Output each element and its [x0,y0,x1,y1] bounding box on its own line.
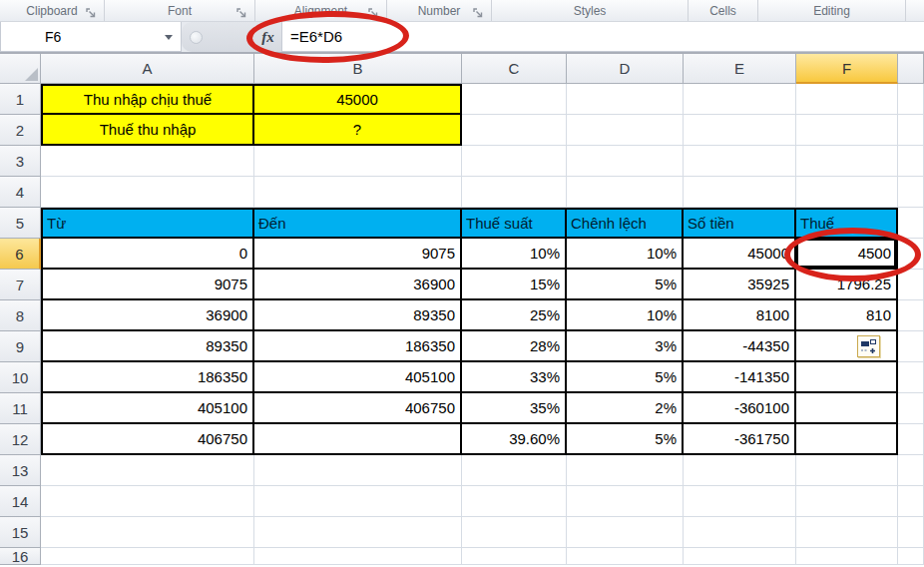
cell-A2[interactable]: Thuế thu nhập [41,115,254,146]
row-header-16[interactable]: 16 [0,548,41,565]
cell-B7[interactable]: 36900 [254,270,462,300]
cell-E4[interactable] [684,177,796,208]
row-header-15[interactable]: 15 [0,517,41,548]
cell-partial-12[interactable] [898,424,924,455]
cell-C14[interactable] [462,486,567,517]
cell-A10[interactable]: 186350 [41,362,254,393]
cell-D13[interactable] [567,455,684,486]
cell-partial-5[interactable] [898,208,924,239]
cell-partial-16[interactable] [898,548,924,565]
cell-B1[interactable]: 45000 [254,84,462,115]
cell-A5[interactable]: Từ [41,208,254,239]
cell-B4[interactable] [254,177,462,208]
cell-D1[interactable] [567,84,684,115]
name-box[interactable]: F6 [0,22,182,52]
cell-B14[interactable] [254,486,462,517]
cell-F12[interactable] [796,424,898,455]
cell-F13[interactable] [796,455,898,486]
cell-C10[interactable]: 33% [462,362,567,393]
row-header-11[interactable]: 11 [0,393,41,424]
row-header-1[interactable]: 1 [0,84,41,115]
cell-D6[interactable]: 10% [567,239,684,270]
cell-E13[interactable] [684,455,796,486]
column-header-B[interactable]: B [254,54,462,84]
autofill-options-icon[interactable] [857,335,880,357]
cell-F11[interactable] [796,393,898,424]
row-header-6[interactable]: 6 [0,239,41,270]
cell-partial-7[interactable] [898,270,924,300]
cell-F2[interactable] [796,115,898,146]
row-header-10[interactable]: 10 [0,362,41,393]
cell-B15[interactable] [254,517,462,548]
cell-partial-15[interactable] [898,517,924,548]
cell-C3[interactable] [462,146,567,177]
cell-A13[interactable] [41,455,254,486]
cell-C5[interactable]: Thuế suất [462,208,567,239]
cell-A15[interactable] [41,517,254,548]
cell-B5[interactable]: Đến [254,208,462,239]
cell-B12[interactable] [254,424,462,455]
cell-A16[interactable] [41,548,254,565]
cell-A7[interactable]: 9075 [41,270,254,300]
cell-A6[interactable]: 0 [41,239,254,270]
row-header-8[interactable]: 8 [0,300,41,331]
cell-C1[interactable] [462,84,567,115]
cell-B2[interactable]: ? [254,115,462,146]
cell-partial-13[interactable] [898,455,924,486]
cell-F3[interactable] [796,146,898,177]
cell-partial-1[interactable] [898,84,924,115]
column-header-D[interactable]: D [567,54,684,84]
cell-C4[interactable] [462,177,567,208]
row-header-9[interactable]: 9 [0,331,41,362]
cell-E12[interactable]: -361750 [684,424,796,455]
cell-B16[interactable] [254,548,462,565]
cell-partial-4[interactable] [898,177,924,208]
cell-F1[interactable] [796,84,898,115]
column-header-E[interactable]: E [684,54,796,84]
cell-E9[interactable]: -44350 [684,331,796,362]
cell-F4[interactable] [796,177,898,208]
cell-partial-8[interactable] [898,300,924,331]
cell-F6[interactable]: 4500 [796,239,898,270]
dialog-launcher-icon[interactable] [473,5,484,16]
row-header-4[interactable]: 4 [0,177,41,208]
cell-D14[interactable] [567,486,684,517]
cell-partial-10[interactable] [898,362,924,393]
cell-F9[interactable] [796,331,898,362]
cell-A12[interactable]: 406750 [41,424,254,455]
cell-partial-14[interactable] [898,486,924,517]
cell-A11[interactable]: 405100 [41,393,254,424]
row-header-3[interactable]: 3 [0,146,41,177]
column-header-partial[interactable] [898,54,924,84]
insert-function-button[interactable]: fx [254,22,281,52]
dialog-launcher-icon[interactable] [86,5,97,16]
cell-B3[interactable] [254,146,462,177]
cell-F8[interactable]: 810 [796,300,898,331]
cell-partial-2[interactable] [898,115,924,146]
cell-A9[interactable]: 89350 [41,331,254,362]
cell-D2[interactable] [567,115,684,146]
cell-F16[interactable] [796,548,898,565]
cell-E6[interactable]: 45000 [684,239,796,270]
cell-E3[interactable] [684,146,796,177]
cell-C8[interactable]: 25% [462,300,567,331]
cell-D9[interactable]: 3% [567,331,684,362]
cell-A1[interactable]: Thu nhập chịu thuế [41,84,254,115]
formula-input[interactable]: =E6*D6 [281,22,924,52]
column-header-C[interactable]: C [462,54,567,84]
cell-E7[interactable]: 35925 [684,270,796,300]
cell-B8[interactable]: 89350 [254,300,462,331]
cell-E2[interactable] [684,115,796,146]
cell-A3[interactable] [41,146,254,177]
cell-partial-9[interactable] [898,331,924,362]
cell-D15[interactable] [567,517,684,548]
cell-D5[interactable]: Chênh lệch [567,208,684,239]
cell-partial-11[interactable] [898,393,924,424]
cell-C13[interactable] [462,455,567,486]
row-header-13[interactable]: 13 [0,455,41,486]
cell-F15[interactable] [796,517,898,548]
cell-B13[interactable] [254,455,462,486]
cell-C12[interactable]: 39.60% [462,424,567,455]
cell-B6[interactable]: 9075 [254,239,462,270]
cell-D10[interactable]: 5% [567,362,684,393]
